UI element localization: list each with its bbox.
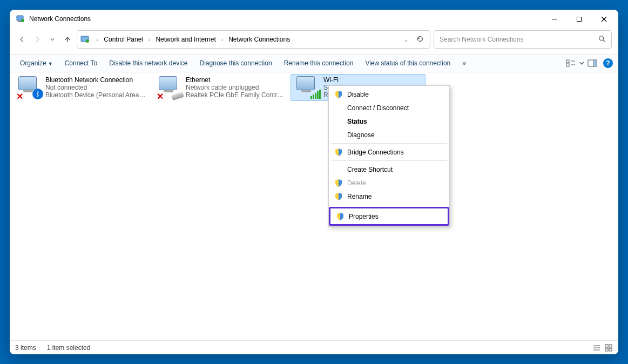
svg-rect-24 — [609, 348, 612, 351]
connections-area[interactable]: ✕ ᛒ Bluetooth Network Connection Not con… — [10, 72, 618, 340]
svg-rect-12 — [566, 64, 569, 66]
ethernet-adapter-icon: ✕ — [156, 76, 181, 98]
svg-point-9 — [599, 36, 604, 40]
svg-line-10 — [603, 39, 605, 42]
svg-rect-22 — [609, 345, 612, 347]
breadcrumb-dropdown[interactable]: ⌄ — [404, 37, 408, 43]
svg-rect-23 — [605, 348, 608, 351]
ctx-label: Rename — [347, 193, 372, 200]
ctx-label: Diagnose — [347, 131, 375, 139]
forward-button[interactable] — [31, 33, 43, 45]
network-connections-window: Network Connections › Control Panel › Ne… — [10, 10, 618, 354]
ctx-create-shortcut[interactable]: Create Shortcut — [330, 163, 448, 176]
search-icon[interactable] — [598, 35, 606, 44]
connection-status: Network cable unplugged — [186, 84, 286, 91]
ctx-label: Bridge Connections — [347, 149, 404, 156]
crumb-network-internet[interactable]: Network and Internet — [153, 34, 218, 45]
maximize-button[interactable] — [566, 10, 591, 28]
connection-status: Not connected — [45, 84, 146, 91]
refresh-button[interactable] — [414, 35, 427, 44]
connection-name: Wi-Fi — [323, 76, 339, 84]
view-options-button[interactable] — [565, 58, 576, 69]
shield-icon — [334, 148, 343, 157]
svg-rect-21 — [605, 345, 608, 347]
connection-device: Realtek PCIe GbE Family Controller — [186, 91, 286, 99]
svg-rect-11 — [566, 60, 569, 63]
ctx-label: Status — [347, 118, 367, 125]
svg-point-8 — [86, 39, 89, 43]
control-panel-icon — [80, 35, 90, 44]
wifi-adapter-icon — [293, 76, 319, 98]
close-button[interactable] — [591, 10, 616, 28]
status-item-count: 3 items — [15, 344, 36, 352]
ctx-connect-disconnect[interactable]: Connect / Disconnect — [330, 101, 448, 114]
ctx-disable[interactable]: Disable — [330, 87, 448, 101]
breadcrumb[interactable]: › Control Panel › Network and Internet ›… — [77, 30, 430, 49]
ctx-status[interactable]: Status — [330, 114, 448, 128]
ctx-rename[interactable]: Rename — [330, 190, 448, 203]
svg-rect-17 — [594, 60, 596, 66]
crumb-control-panel[interactable]: Control Panel — [102, 34, 145, 45]
cmd-disable-device[interactable]: Disable this network device — [104, 57, 192, 69]
chevron-right-icon: › — [221, 37, 223, 43]
bluetooth-adapter-icon: ✕ ᛒ — [15, 76, 41, 98]
cable-icon — [171, 92, 184, 100]
connection-ethernet[interactable]: ✕ Ethernet Network cable unplugged Realt… — [153, 75, 288, 100]
chevron-right-icon: › — [148, 37, 150, 43]
cmd-view-status[interactable]: View status of this connection — [360, 57, 455, 69]
app-icon — [16, 15, 25, 23]
cmd-diagnose[interactable]: Diagnose this connection — [195, 57, 277, 69]
shield-icon — [334, 192, 343, 201]
context-menu: Disable Connect / Disconnect Status Diag… — [328, 85, 450, 227]
ctx-label: Delete — [347, 179, 366, 187]
ctx-label: Connect / Disconnect — [347, 104, 409, 112]
back-button[interactable] — [16, 33, 28, 45]
chevron-right-icon: › — [97, 37, 98, 43]
connection-bluetooth[interactable]: ✕ ᛒ Bluetooth Network Connection Not con… — [13, 75, 148, 100]
disconnected-x-icon: ✕ — [16, 91, 24, 99]
connection-device: Bluetooth Device (Personal Area ... — [45, 91, 146, 99]
connection-name: Ethernet — [186, 76, 286, 84]
signal-bars-icon — [310, 90, 321, 99]
command-bar: Organize▼ Connect To Disable this networ… — [10, 54, 618, 72]
ctx-label: Disable — [347, 91, 369, 98]
nav-row: › Control Panel › Network and Internet ›… — [10, 28, 618, 54]
details-view-button[interactable] — [592, 343, 601, 352]
crumb-network-connections[interactable]: Network Connections — [226, 34, 292, 45]
cmd-organize[interactable]: Organize▼ — [15, 57, 58, 69]
connection-name: Bluetooth Network Connection — [45, 76, 146, 84]
bluetooth-icon: ᛒ — [32, 89, 43, 99]
help-button[interactable]: ? — [603, 58, 613, 68]
minimize-button[interactable] — [542, 10, 566, 28]
shield-icon — [334, 90, 343, 99]
svg-rect-4 — [577, 17, 581, 21]
ctx-bridge[interactable]: Bridge Connections — [330, 145, 448, 159]
ctx-label: Properties — [349, 213, 379, 220]
shield-icon — [334, 179, 343, 187]
ctx-diagnose[interactable]: Diagnose — [330, 128, 448, 141]
disconnected-x-icon: ✕ — [157, 91, 164, 99]
cmd-connect-to[interactable]: Connect To — [60, 57, 103, 69]
up-button[interactable] — [62, 33, 73, 45]
status-selected-count: 1 item selected — [47, 344, 91, 352]
recent-dropdown[interactable] — [46, 33, 58, 45]
ctx-label: Create Shortcut — [347, 166, 393, 173]
titlebar: Network Connections — [10, 10, 618, 28]
search-box[interactable] — [434, 30, 612, 49]
cmd-overflow[interactable]: » — [457, 57, 471, 69]
ctx-properties[interactable]: Properties — [332, 210, 447, 223]
status-bar: 3 items 1 item selected — [10, 340, 618, 354]
search-input[interactable] — [440, 36, 598, 43]
preview-pane-button[interactable] — [587, 58, 598, 69]
shield-icon — [336, 212, 345, 221]
ctx-properties-highlight: Properties — [329, 207, 449, 226]
window-title: Network Connections — [29, 15, 542, 23]
ctx-delete: Delete — [330, 176, 448, 190]
large-icons-view-button[interactable] — [604, 343, 613, 352]
view-dropdown[interactable] — [578, 58, 585, 69]
cmd-rename[interactable]: Rename this connection — [279, 57, 359, 69]
svg-point-2 — [21, 19, 24, 22]
